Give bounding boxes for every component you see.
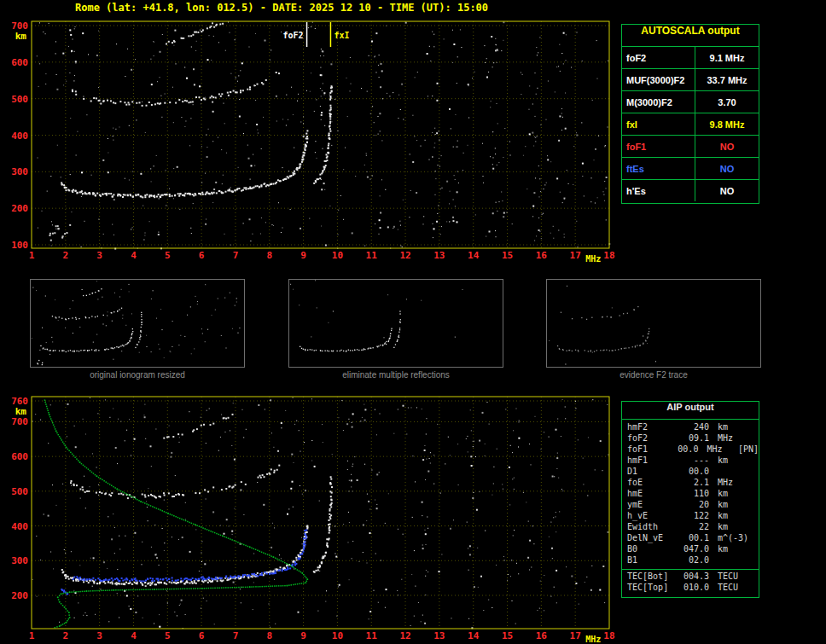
aip-row-n: foF1	[627, 444, 672, 455]
aip-row-e	[753, 583, 759, 594]
aip-row-u: km	[709, 511, 753, 522]
autoscala-table-title: AUTOSCALA output	[622, 25, 759, 47]
svg-text:700: 700	[11, 416, 28, 427]
svg-text:13: 13	[433, 630, 445, 641]
panel-original-ionogram	[31, 280, 245, 368]
svg-text:600: 600	[11, 451, 28, 462]
svg-text:km: km	[15, 31, 27, 42]
aip-row-u: MHz	[709, 433, 753, 444]
svg-text:10: 10	[332, 630, 343, 641]
aip-row-e	[753, 544, 759, 555]
aip-row-n: hmF1	[627, 455, 678, 467]
aip-row: TEC[Bot]004.3TECU	[622, 571, 759, 583]
svg-text:15: 15	[502, 630, 513, 641]
svg-text:2: 2	[63, 250, 69, 261]
aip-row-v: 00.0	[678, 467, 709, 478]
aip-row-v: 02.0	[678, 555, 709, 566]
autoscala-row: ftEsNO	[622, 158, 759, 180]
svg-text:8: 8	[266, 250, 272, 261]
aip-row-u: TECU	[709, 571, 753, 583]
svg-text:3: 3	[96, 630, 102, 641]
aip-row-u: km	[709, 522, 753, 533]
svg-text:12: 12	[399, 630, 410, 641]
aip-row-e	[753, 478, 759, 489]
aip-row-u	[709, 555, 753, 566]
svg-text:4: 4	[131, 630, 137, 641]
svg-text:16: 16	[536, 250, 548, 261]
autoscala-row-value: NO	[695, 158, 759, 179]
svg-text:500: 500	[11, 486, 28, 497]
svg-text:600: 600	[11, 57, 28, 68]
svg-text:13: 13	[433, 250, 445, 261]
autoscala-row: foF29.1 MHz	[622, 47, 759, 69]
autoscala-window: Rome (lat: +41.8, lon: 012.5) - DATE: 20…	[0, 0, 826, 644]
aip-row-v: 010.0	[678, 583, 709, 594]
svg-text:km: km	[15, 406, 27, 417]
svg-text:17: 17	[570, 250, 581, 261]
aip-row-u: km	[709, 500, 753, 511]
svg-text:10: 10	[332, 250, 343, 261]
aip-row: hmF2240km	[622, 422, 759, 433]
autoscala-row-value: 3.70	[695, 91, 759, 113]
svg-text:6: 6	[199, 250, 205, 261]
autoscala-table-rows: foF29.1 MHzMUF(3000)F233.7 MHzM(3000)F23…	[622, 47, 759, 201]
aip-row-v: 00.1	[678, 533, 709, 544]
svg-text:400: 400	[11, 521, 28, 532]
aip-row: hmE110km	[622, 489, 759, 500]
svg-text:4: 4	[131, 250, 137, 261]
svg-text:15: 15	[502, 250, 513, 261]
svg-text:7: 7	[233, 630, 239, 641]
aip-row-e	[753, 500, 759, 511]
aip-row: h_vE122km	[622, 511, 759, 522]
aip-row-u: km	[709, 455, 753, 467]
svg-text:7: 7	[233, 250, 239, 261]
svg-text:6: 6	[199, 630, 205, 641]
aip-row-e	[753, 467, 759, 478]
aip-row-e	[753, 511, 759, 522]
autoscala-row: h'EsNO	[622, 180, 759, 201]
aip-row-v: 122	[678, 511, 709, 522]
svg-text:500: 500	[11, 94, 28, 105]
aip-row-u: km	[709, 422, 753, 433]
aip-row-n: hmE	[627, 489, 678, 500]
aip-row-n: hmF2	[627, 422, 678, 433]
svg-text:200: 200	[11, 203, 28, 214]
svg-text:3: 3	[96, 250, 102, 261]
aip-row-n: Ewidth	[627, 522, 678, 533]
aip-row: foF100.0MHz[PN]	[622, 444, 759, 455]
autoscala-row-value: 33.7 MHz	[695, 69, 759, 90]
autoscala-row: fxI9.8 MHz	[622, 113, 759, 136]
aip-row-e	[753, 422, 759, 433]
svg-text:200: 200	[11, 590, 28, 601]
aip-row: DelN_vE00.1m^(-3)	[622, 533, 759, 544]
panel-evidence-f2-trace	[547, 280, 761, 368]
aip-row-v: 20	[678, 500, 709, 511]
aip-row-e	[753, 571, 759, 583]
aip-row-n: TEC[Bot]	[627, 571, 678, 583]
aip-row-n: foF2	[627, 433, 678, 444]
aip-row-v: 2.1	[678, 478, 709, 489]
svg-text:18: 18	[603, 630, 614, 641]
caption-evidence-f2-trace: evidence F2 trace	[546, 370, 761, 380]
aip-row-u: km	[709, 489, 753, 500]
panel-eliminate-reflections	[289, 280, 503, 368]
autoscala-row-value: 9.8 MHz	[695, 113, 759, 135]
aip-row-v: 110	[678, 489, 709, 500]
aip-row-n: B1	[627, 555, 678, 566]
aip-row-u	[709, 467, 753, 478]
svg-text:11: 11	[366, 250, 378, 261]
svg-text:8: 8	[266, 630, 272, 641]
autoscala-row: M(3000)F23.70	[622, 91, 759, 113]
aip-row-v: 004.3	[678, 571, 709, 583]
aip-row-v: 047.0	[678, 544, 709, 555]
svg-text:1: 1	[29, 250, 35, 261]
aip-row: B0047.0km	[622, 544, 759, 555]
aip-table-rows: hmF2240kmfoF209.1MHzfoF100.0MHz[PN]hmF1-…	[622, 420, 759, 566]
aip-row-v: 22	[678, 522, 709, 533]
aip-row: hmF1---km	[622, 455, 759, 467]
autoscala-row-value: 9.1 MHz	[695, 47, 759, 68]
aip-row-n: TEC[Top]	[627, 583, 678, 594]
svg-text:300: 300	[11, 555, 28, 566]
svg-text:300: 300	[11, 166, 28, 177]
aip-row-n: DelN_vE	[627, 533, 678, 544]
